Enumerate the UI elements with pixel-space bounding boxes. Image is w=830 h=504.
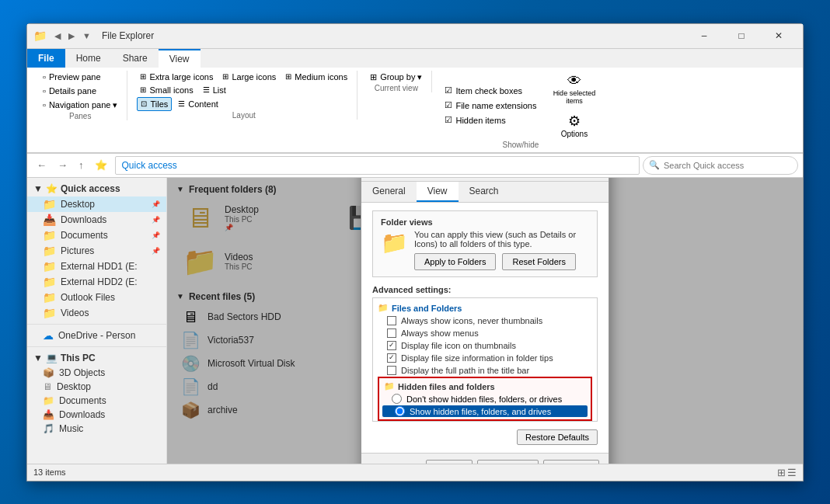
qa-chevron: ▼ bbox=[33, 183, 43, 194]
tab-view[interactable]: View bbox=[159, 49, 201, 68]
search-input[interactable] bbox=[643, 156, 798, 175]
small-icons-btn[interactable]: ⊞ Small icons bbox=[137, 84, 196, 96]
hidden-label: Hidden items bbox=[455, 116, 505, 125]
quick-access-header[interactable]: ▼ ⭐ Quick access bbox=[27, 181, 166, 196]
documents-pin: 📌 bbox=[152, 231, 160, 239]
maximize-button[interactable]: □ bbox=[724, 25, 759, 47]
restore-defaults-btn[interactable]: Restore Defaults bbox=[517, 429, 598, 445]
tab-file[interactable]: File bbox=[27, 49, 65, 68]
sidebar-item-downloads[interactable]: 📥 Downloads 📌 bbox=[27, 212, 166, 228]
radio-show-hidden[interactable]: Show hidden files, folders, and drives bbox=[382, 405, 588, 417]
tiles-btn[interactable]: ⊡ Tiles bbox=[137, 97, 172, 111]
ok-btn[interactable]: OK bbox=[426, 460, 472, 464]
chk-always-icons[interactable] bbox=[387, 316, 396, 325]
recent-locations-btn[interactable]: ⭐ bbox=[90, 158, 112, 172]
forward-btn[interactable]: → bbox=[53, 158, 72, 172]
downloads-pin: 📌 bbox=[152, 216, 160, 224]
sidebar-item-downloads-pc[interactable]: 📥 Downloads bbox=[27, 408, 166, 422]
dialog-body: Folder views 📁 You can apply this view (… bbox=[361, 203, 609, 453]
details-pane-btn[interactable]: ▫ Details pane bbox=[40, 85, 120, 97]
outlook-icon: 📁 bbox=[43, 291, 56, 304]
radio-dont-show[interactable]: Don't show hidden files, folders, or dri… bbox=[379, 393, 591, 405]
dialog-tab-general[interactable]: General bbox=[361, 182, 417, 202]
layout-group-label: Layout bbox=[232, 111, 256, 120]
files-folder-icon: 📁 bbox=[378, 303, 389, 313]
checkboxes-label: Item check boxes bbox=[455, 86, 522, 96]
group-by-btn[interactable]: ⊞ Group by ▾ bbox=[367, 71, 425, 84]
item-check-boxes-btn[interactable]: ☑ Item check boxes bbox=[441, 84, 539, 97]
setting-full-path[interactable]: Display the full path in the title bar bbox=[373, 364, 597, 377]
apply-to-folders-btn[interactable]: Apply to Folders bbox=[414, 253, 496, 270]
sidebar-item-videos[interactable]: 📁 Videos bbox=[27, 305, 166, 321]
icon-medium: ⊞ bbox=[285, 72, 291, 81]
setting-file-icon-thumb[interactable]: Display file icon on thumbnails bbox=[373, 339, 597, 352]
large-icons-btn[interactable]: ⊞ Large icons bbox=[219, 71, 279, 83]
address-path[interactable]: Quick access bbox=[115, 156, 640, 175]
this-pc-header[interactable]: ▼ 💻 This PC bbox=[27, 350, 166, 366]
chk-file-icon-thumb[interactable] bbox=[387, 341, 396, 350]
minimize-button[interactable]: – bbox=[686, 25, 722, 47]
sidebar-item-documents-pc[interactable]: 📁 Documents bbox=[27, 394, 166, 408]
back-btn-title[interactable]: ◀ bbox=[51, 30, 64, 43]
reset-folders-btn[interactable]: Reset Folders bbox=[502, 253, 575, 270]
sidebar-item-pictures[interactable]: 📁 Pictures 📌 bbox=[27, 243, 166, 259]
file-name-ext-btn[interactable]: ☑ File name extensions bbox=[441, 99, 539, 112]
nav-icon: ▫ bbox=[43, 100, 46, 109]
radio-show-input[interactable] bbox=[395, 406, 405, 416]
setting-hide-ext[interactable]: Hide extensions for known file types bbox=[373, 421, 597, 422]
options-btn[interactable]: ⚙ Options bbox=[557, 110, 591, 141]
forward-btn-title[interactable]: ▶ bbox=[65, 30, 78, 43]
medium-icons-btn[interactable]: ⊞ Medium icons bbox=[282, 71, 350, 83]
apply-btn[interactable]: Apply bbox=[543, 460, 599, 464]
view-details-btn[interactable]: ⊞ bbox=[777, 467, 786, 478]
sidebar-item-exthdd1[interactable]: 📁 External HDD1 (E: bbox=[27, 259, 166, 274]
extra-large-icons-btn[interactable]: ⊞ Extra large icons bbox=[137, 71, 216, 83]
preview-pane-btn[interactable]: ▫ Preview pane bbox=[40, 71, 120, 83]
thispc-icon: 💻 bbox=[46, 353, 58, 363]
chk-file-size-tips[interactable] bbox=[387, 353, 396, 363]
desktop-pin: 📌 bbox=[152, 200, 160, 208]
title-bar-left: 📁 ◀ ▶ ▼ File Explorer bbox=[33, 30, 154, 43]
hide-selected-btn[interactable]: 👁 Hide selected items bbox=[549, 71, 599, 107]
sidebar-item-exthdd2[interactable]: 📁 External HDD2 (E: bbox=[27, 274, 166, 290]
close-button[interactable]: ✕ bbox=[761, 25, 797, 47]
up-btn[interactable]: ↑ bbox=[74, 158, 89, 172]
chk-always-menus[interactable] bbox=[387, 328, 396, 338]
content-btn[interactable]: ☰ Content bbox=[175, 97, 221, 111]
tab-home[interactable]: Home bbox=[65, 49, 112, 68]
preview-label: Preview pane bbox=[49, 72, 101, 82]
show-hidden-label: Show hidden files, folders, and drives bbox=[410, 407, 551, 416]
panes-group-label: Panes bbox=[69, 112, 91, 120]
down-btn-title[interactable]: ▼ bbox=[79, 30, 94, 43]
sidebar-item-desktop-pc[interactable]: 🖥 Desktop bbox=[27, 380, 166, 394]
radio-dont-show-input[interactable] bbox=[392, 394, 402, 404]
exthdd2-label: External HDD2 (E: bbox=[61, 276, 138, 287]
setting-always-menus[interactable]: Always show menus bbox=[373, 327, 597, 339]
icon-large: ⊞ bbox=[222, 72, 228, 81]
cancel-btn[interactable]: Cancel bbox=[477, 460, 539, 464]
window-title: File Explorer bbox=[102, 30, 154, 41]
options-icon: ⚙ bbox=[568, 113, 581, 130]
view-list-btn[interactable]: ☰ bbox=[787, 467, 797, 478]
ribbon-group-showhide: ☑ Item check boxes ☑ File name extension… bbox=[435, 71, 605, 149]
sidebar: ▼ ⭐ Quick access 📁 Desktop 📌 📥 Downloads… bbox=[27, 178, 167, 464]
dialog-tab-view[interactable]: View bbox=[417, 182, 459, 202]
dialog-tab-search[interactable]: Search bbox=[459, 182, 510, 202]
setting-always-icons[interactable]: Always show icons, never thumbnails bbox=[373, 315, 597, 327]
back-btn[interactable]: ← bbox=[32, 158, 51, 172]
sidebar-divider-1 bbox=[27, 324, 166, 325]
tab-share[interactable]: Share bbox=[112, 49, 159, 68]
documents-pc-label: Documents bbox=[59, 395, 106, 406]
sidebar-item-3dobjects[interactable]: 📦 3D Objects bbox=[27, 366, 166, 380]
desktop-pc-label: Desktop bbox=[57, 381, 91, 392]
setting-file-size-tips[interactable]: Display file size information in folder … bbox=[373, 352, 597, 364]
sidebar-item-outlook[interactable]: 📁 Outlook Files bbox=[27, 290, 166, 305]
sidebar-item-desktop[interactable]: 📁 Desktop 📌 bbox=[27, 196, 166, 212]
list-btn[interactable]: ☰ List bbox=[200, 84, 229, 96]
sidebar-item-music[interactable]: 🎵 Music bbox=[27, 422, 166, 436]
chk-full-path[interactable] bbox=[387, 366, 396, 375]
hidden-items-btn[interactable]: ☑ Hidden items bbox=[441, 113, 539, 127]
sidebar-item-documents[interactable]: 📁 Documents 📌 bbox=[27, 228, 166, 243]
navigation-pane-btn[interactable]: ▫ Navigation pane ▾ bbox=[40, 99, 120, 112]
sidebar-item-onedrive[interactable]: ☁ OneDrive - Person bbox=[27, 328, 166, 343]
